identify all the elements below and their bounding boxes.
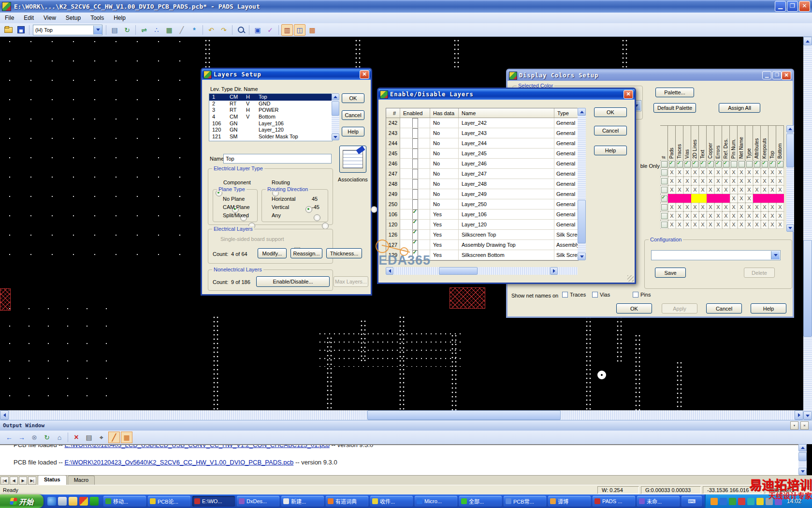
modify-button[interactable]: Modify...: [258, 248, 287, 258]
find-icon[interactable]: ⌖: [96, 432, 107, 443]
grid-color-cell[interactable]: X: [753, 177, 761, 185]
cancel-button[interactable]: Cancel: [594, 126, 627, 135]
grid-color-cell[interactable]: X: [668, 211, 676, 220]
grid-row-select-cell[interactable]: [660, 168, 668, 177]
grid-color-cell[interactable]: X: [745, 203, 753, 211]
enabled-checkbox[interactable]: [412, 149, 418, 159]
grid-color-cell[interactable]: X: [699, 185, 707, 194]
grid-color-cell[interactable]: X: [668, 220, 676, 229]
spreadsheet-icon[interactable]: ▦: [121, 432, 132, 443]
grid-column-type[interactable]: Type: [745, 125, 753, 160]
grid-color-cell[interactable]: X: [745, 194, 753, 203]
grid-color-cell[interactable]: X: [768, 211, 776, 220]
grid-color-cell[interactable]: X: [753, 168, 761, 177]
grid-header-check-cell[interactable]: [699, 160, 707, 168]
grid-row-select-cell[interactable]: [660, 185, 668, 194]
grid-column-copper[interactable]: Copper: [707, 125, 714, 160]
table-row[interactable]: 129YesSilkscreen BottomSilk Screen: [386, 250, 578, 260]
tray-icon[interactable]: [738, 498, 745, 505]
grid-color-cell[interactable]: X: [699, 211, 707, 220]
cell-enabled[interactable]: [400, 128, 430, 138]
grid-color-cell[interactable]: X: [714, 168, 722, 177]
grid-color-cell[interactable]: X: [738, 194, 745, 203]
home-icon[interactable]: ⌂: [54, 432, 65, 443]
close-icon[interactable]: ✕: [360, 70, 369, 79]
grid-color-cell[interactable]: X: [722, 185, 730, 194]
restore-icon[interactable]: ❐: [772, 71, 782, 79]
visible-checkbox[interactable]: [754, 161, 760, 167]
close-button[interactable]: ✕: [799, 1, 810, 12]
output-text-area[interactable]: PCB file loaded -- E:\WORK\20120403_LCD_…: [0, 444, 798, 476]
visible-checkbox[interactable]: [661, 161, 667, 167]
grid-color-cell[interactable]: X: [676, 177, 683, 185]
grid-color-cell[interactable]: X: [753, 220, 761, 229]
desktop-icon[interactable]: [58, 497, 67, 506]
visible-checkbox[interactable]: [708, 161, 714, 167]
grid-column-pinnum[interactable]: Pin Num.: [730, 125, 738, 160]
file-link[interactable]: E:\WORK\20120423_Ov5640\K2_S2CV6_CC_HW_V…: [65, 459, 294, 466]
h-scrollbar[interactable]: [0, 410, 803, 420]
table-row[interactable]: 120YesLayer_120General: [386, 220, 578, 230]
tab-nav-last[interactable]: ▶|: [28, 477, 36, 485]
grid-color-cell[interactable]: X: [699, 203, 707, 211]
visible-checkbox[interactable]: [700, 161, 706, 167]
associations-button[interactable]: [339, 146, 366, 173]
h-scrollbar-thumb[interactable]: [367, 410, 561, 420]
grid-column-[interactable]: #: [660, 125, 668, 160]
grid-color-cell[interactable]: X: [668, 185, 676, 194]
enabled-checkbox[interactable]: [412, 250, 418, 260]
grid-header-check-cell[interactable]: [768, 160, 776, 168]
forward-icon[interactable]: →: [16, 432, 28, 443]
layer-row[interactable]: 3RTHPOWER: [209, 107, 332, 114]
ok-button[interactable]: OK: [594, 107, 627, 117]
grid-color-cell[interactable]: X: [738, 203, 745, 211]
refresh-icon[interactable]: ↻: [41, 432, 53, 443]
file-link[interactable]: E:\WORK\20120403_LCD_USB\LCD_USB_CONV_CC…: [65, 444, 330, 448]
grid-color-cell[interactable]: X: [753, 185, 761, 194]
row-checkbox[interactable]: [661, 169, 667, 176]
grid-color-cell[interactable]: X: [707, 177, 714, 185]
column-header-[interactable]: #: [386, 108, 400, 118]
enabled-checkbox[interactable]: [412, 118, 418, 128]
ie-icon[interactable]: [47, 497, 56, 506]
row-checkbox[interactable]: [661, 204, 667, 210]
task-button[interactable]: PCB论...: [148, 496, 190, 507]
enabled-checkbox[interactable]: [412, 199, 418, 209]
measure-icon[interactable]: ╱: [176, 24, 188, 36]
grid-header-check-cell[interactable]: [761, 160, 768, 168]
open-button[interactable]: [2, 24, 14, 36]
v-scrollbar-thumb[interactable]: [803, 240, 812, 337]
grid-header-check-cell[interactable]: [714, 160, 722, 168]
cell-enabled[interactable]: [400, 220, 430, 230]
resize-grip[interactable]: [627, 275, 634, 282]
max-layers-button[interactable]: Max Layers...: [334, 276, 368, 287]
grid-color-cell[interactable]: X: [722, 177, 730, 185]
grid-color-cell[interactable]: [691, 194, 699, 203]
grid-color-cell[interactable]: X: [768, 203, 776, 211]
configuration-combo[interactable]: [651, 250, 781, 260]
grid-color-cell[interactable]: X: [745, 168, 753, 177]
row-checkbox[interactable]: [661, 178, 667, 184]
grid-color-cell[interactable]: X: [683, 211, 691, 220]
output-close-icon[interactable]: ✕: [800, 421, 809, 430]
help-button[interactable]: Help: [594, 146, 627, 155]
assign-all-button[interactable]: Assign All: [719, 103, 760, 113]
grid-color-cell[interactable]: X: [676, 185, 683, 194]
grid-color-cell[interactable]: X: [691, 177, 699, 185]
tray-icon[interactable]: [756, 498, 764, 505]
visible-checkbox[interactable]: [746, 161, 753, 167]
grid-color-cell[interactable]: [707, 194, 714, 203]
display-colors-icon[interactable]: ▩: [306, 24, 318, 36]
save-button[interactable]: Save: [655, 268, 686, 278]
task-button[interactable]: 收件...: [370, 496, 413, 507]
colors-grid-scrollbar[interactable]: [786, 125, 794, 232]
grid-column-pads[interactable]: Pads: [668, 125, 676, 160]
grid-color-cell[interactable]: X: [691, 211, 699, 220]
layer-row[interactable]: 1CMHTop: [209, 94, 332, 101]
enabled-checkbox[interactable]: [412, 209, 418, 220]
grid-color-cell[interactable]: X: [691, 168, 699, 177]
undo-icon[interactable]: ↶: [205, 24, 217, 36]
column-header-hasdata[interactable]: Has data: [430, 108, 459, 118]
grid-color-cell[interactable]: X: [738, 211, 745, 220]
display-colors-grid[interactable]: #PadsTracesVias2D LinesTextCopperErrorsR…: [660, 125, 784, 229]
